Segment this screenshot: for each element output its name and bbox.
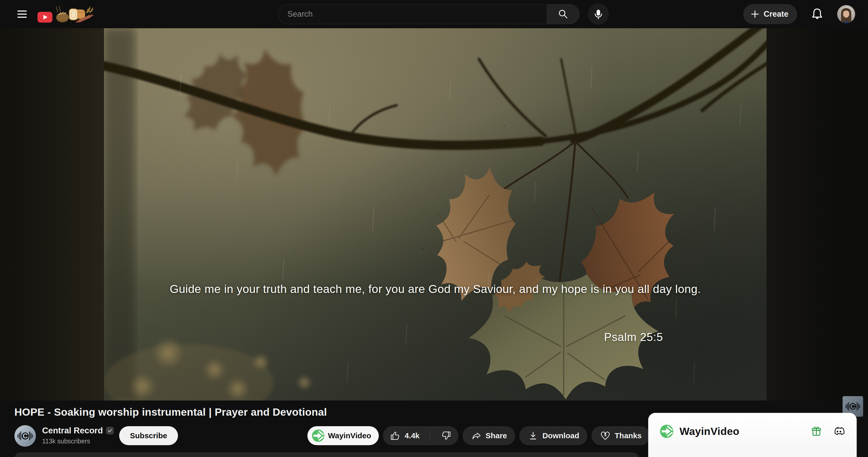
video-player[interactable]: Guide me in your truth and teach me, for… [104,28,767,400]
download-button-label: Download [542,431,579,440]
account-avatar[interactable] [837,5,855,23]
youtube-logo[interactable] [37,6,93,23]
download-icon [527,430,539,441]
thanks-heart-icon: $ [600,430,611,441]
video-frame-autumn-scene [104,28,767,400]
gift-icon [810,425,822,437]
wayinvideo-logo-icon [311,429,325,443]
sponsor-button-label: WayinVideo [328,431,371,440]
thanks-button-label: Thanks [615,431,642,440]
dislike-button[interactable] [434,426,458,445]
player-section: Guide me in your truth and teach me, for… [0,28,868,400]
user-avatar-image [837,5,855,23]
download-button[interactable]: Download [519,426,587,445]
discord-button[interactable] [833,425,845,438]
share-icon [471,430,482,441]
notifications-button[interactable] [808,7,826,22]
ambient-glow-left [0,28,104,400]
like-button[interactable]: 4.4k [383,426,426,445]
share-button[interactable]: Share [463,426,515,445]
promo-brand-name: WayinVideo [680,425,739,437]
svg-text:C: C [23,432,28,440]
bell-icon [810,7,824,21]
discord-icon [833,425,845,438]
create-button-label: Create [764,9,789,19]
sponsor-promo-card: WayinVideo [648,413,857,457]
verified-check-icon [107,428,113,433]
subscriber-count: 113k subscribers [42,437,114,445]
like-count: 4.4k [404,431,420,440]
youtube-watch-page: Create [0,0,868,457]
sponsor-button[interactable]: WayinVideo [307,426,379,445]
hamburger-menu-button[interactable] [14,6,30,22]
thumb-down-icon [440,430,452,441]
video-subtitle-text: Guide me in your truth and teach me, for… [170,283,701,296]
channel-name[interactable]: Central Record [42,426,103,435]
video-title: HOPE - Soaking worship instrumental | Pr… [14,406,327,418]
create-button[interactable]: Create [743,4,797,24]
search-box [278,4,580,24]
voice-search-button[interactable] [588,4,609,25]
thumb-up-icon [390,430,401,441]
video-meta-row: C Central Record 113k subscribers Subscr… [14,424,626,447]
channel-avatar[interactable]: C [14,425,36,447]
like-dislike-group: 4.4k [383,426,458,445]
ambient-glow-right [767,28,868,400]
search-icon [557,8,569,20]
top-bar: Create [0,0,868,28]
like-divider [430,430,430,441]
action-buttons: WayinVideo 4.4k [307,426,672,445]
plus-icon [750,9,760,19]
seasonal-doodle-bread-icon [55,6,93,23]
subscribe-button[interactable]: Subscribe [119,426,178,445]
search-button[interactable] [547,4,580,24]
channel-logo-icon: C [14,425,36,447]
youtube-play-icon [37,12,52,23]
thanks-button[interactable]: $ Thanks [591,426,650,445]
video-verse-reference: Psalm 25:5 [604,331,663,344]
share-button-label: Share [486,431,507,440]
description-panel[interactable] [14,452,639,457]
search-input[interactable] [278,4,547,24]
hamburger-icon [18,10,27,11]
gift-button[interactable] [810,425,822,437]
verified-badge [106,427,114,434]
wayinvideo-logo-icon [659,424,674,438]
svg-text:C: C [850,402,856,410]
svg-text:$: $ [604,433,607,437]
mic-icon [592,8,604,20]
